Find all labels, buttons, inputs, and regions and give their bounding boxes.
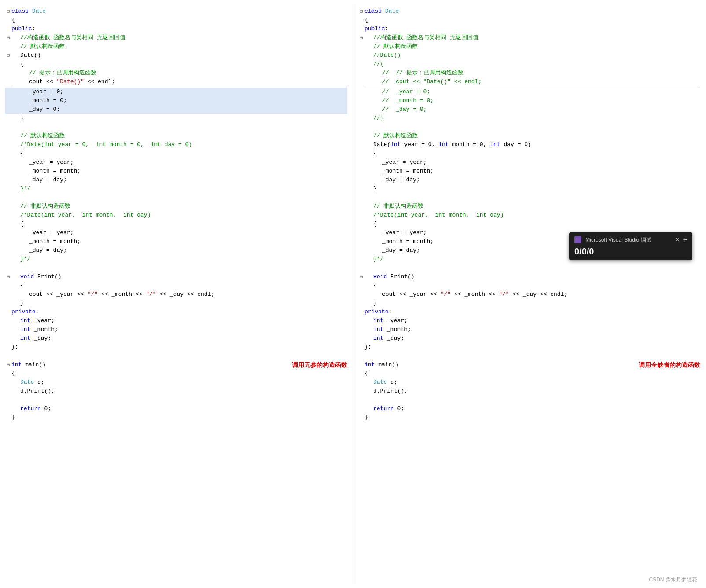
fold-empty [5,132,11,140]
fold-minus-icon[interactable] [5,7,11,16]
fold-empty [5,167,11,176]
code-text: { [364,149,700,158]
fold-minus-icon[interactable] [5,272,11,281]
code-line: _year = year; [5,228,347,237]
fold-empty [5,25,11,33]
fold-empty [5,308,11,316]
fold-empty [5,140,11,149]
code-line: // // 提示：已调用构造函数 [358,69,700,77]
code-line: // 提示：已调用构造函数 [5,69,347,77]
fold-empty [358,149,364,158]
code-line: // 默认构造函数 [358,132,700,140]
code-line: } [358,299,700,308]
fold-empty [358,105,364,114]
code-text: } [364,413,700,422]
code-line: _month = month; [358,167,700,176]
main-container: class Date { public: //构造函数 函数名与类相同 无返回回… [0,0,706,588]
fold-empty [5,69,11,77]
vs-tooltip-title-area: Microsoft Visual Studio 调试 [574,236,651,244]
code-line: _day = day; [358,176,700,184]
watermark: CSDN @水月梦镜花 [649,576,697,584]
fold-minus-icon[interactable] [5,51,11,60]
code-line: _year = year; [358,158,700,167]
fold-minus-icon[interactable] [358,272,364,281]
code-text [364,396,700,404]
code-text: { [364,16,700,25]
fold-empty [5,105,11,114]
fold-empty [358,184,364,193]
fold-empty [5,246,11,255]
code-line: // 默认构造函数 [5,132,347,140]
code-line: { [5,60,347,69]
fold-empty [5,88,11,96]
code-line: void Print() [5,272,347,281]
code-line: Date() [5,51,347,60]
left-code-panel: class Date { public: //构造函数 函数名与类相同 无返回回… [0,4,353,584]
code-line: } [5,413,347,422]
fold-minus-icon[interactable] [5,360,11,369]
code-text: int _month; [364,325,700,334]
fold-empty [358,343,364,352]
code-line: int _month; [5,325,347,334]
fold-empty [358,308,364,316]
fold-empty [358,352,364,360]
code-text: { [11,281,347,290]
fold-empty [358,51,364,60]
code-text: { [11,16,347,25]
fold-empty [358,167,364,176]
fold-minus-icon[interactable] [358,33,364,42]
code-line: return 0; [358,404,700,413]
fold-empty [5,343,11,352]
code-text: _year = year; [11,158,347,167]
fold-empty [5,96,11,105]
fold-empty [358,413,364,422]
code-text [364,352,700,360]
code-text: public: [364,25,700,33]
fold-empty [358,77,364,86]
code-line: } [358,184,700,193]
code-text: // 默认构造函数 [364,42,700,51]
annotation-no-param: 调用无参的构造函数 [292,360,347,369]
code-line: private: [358,308,700,316]
fold-empty [358,255,364,264]
code-text: /*Date(int year, int month, int day) [364,211,700,220]
fold-empty [358,237,364,246]
fold-minus-icon[interactable] [5,33,11,42]
fold-empty [358,316,364,325]
code-line-highlight: _month = 0; [5,96,347,105]
code-line: cout << _year << "/" << _month << "/" <<… [358,290,700,299]
fold-empty [358,114,364,123]
code-line: /*Date(int year = 0, int month = 0, int … [5,140,347,149]
fold-empty [358,325,364,334]
code-line: class Date [5,7,347,16]
code-line: { [358,369,700,378]
vs-tooltip-add-button[interactable]: + [683,236,687,244]
fold-empty [358,16,364,25]
vs-tooltip-close-button[interactable]: × [675,236,679,244]
code-line: //} [358,114,700,123]
fold-empty [358,140,364,149]
fold-empty [358,334,364,343]
code-text: { [11,60,347,69]
code-text: // _month = 0; [364,96,700,105]
fold-minus-icon[interactable] [358,7,364,16]
vs-controls: × + [675,236,687,244]
fold-empty [358,96,364,105]
fold-empty [5,123,11,132]
code-text: { [364,220,700,228]
fold-empty [358,202,364,211]
fold-empty [5,281,11,290]
code-line [5,352,347,360]
code-line: // 默认构造函数 [358,42,700,51]
code-line: d.Print(); [5,387,347,396]
code-text [11,396,347,404]
code-line: { [358,220,700,228]
code-line [5,396,347,404]
fold-empty [358,228,364,237]
code-line [5,193,347,202]
fold-empty [358,69,364,77]
code-line: // cout << "Date()" << endl; [358,77,700,86]
fold-empty [358,387,364,396]
code-text: void Print() [364,272,700,281]
code-text: _day = day; [11,246,347,255]
